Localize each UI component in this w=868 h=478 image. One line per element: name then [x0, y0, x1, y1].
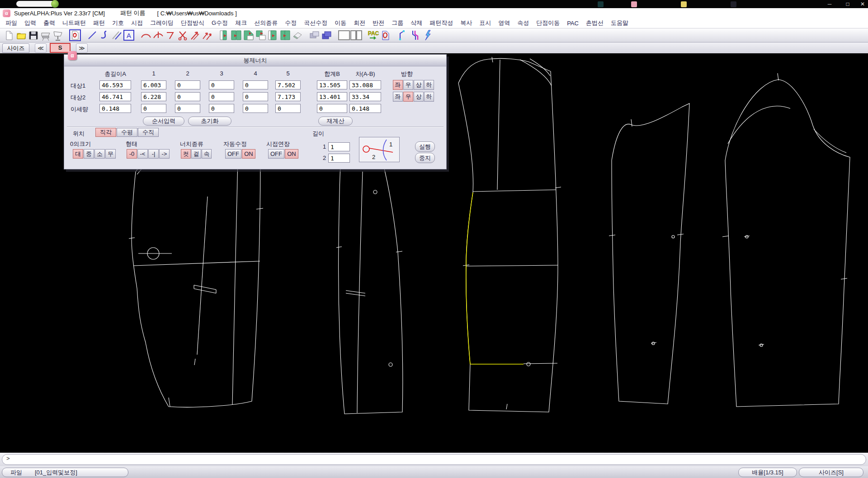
- menu-item-단점이동[interactable]: 단점이동: [533, 19, 563, 27]
- close-button[interactable]: ✕: [856, 0, 868, 8]
- menu-item-기호[interactable]: 기호: [108, 19, 127, 27]
- shape-out-button[interactable]: ->: [159, 149, 170, 159]
- notch-outer-button[interactable]: 겉: [191, 149, 201, 159]
- menu-item-체크[interactable]: 체크: [231, 19, 250, 27]
- dialog-title-bar[interactable]: 봉제너치: [64, 55, 446, 66]
- taskbar-color-icon-2[interactable]: [631, 1, 637, 7]
- menu-item-도움말[interactable]: 도움말: [607, 19, 632, 27]
- target1-sum-field[interactable]: [317, 80, 347, 89]
- menu-item-시접[interactable]: 시접: [127, 19, 146, 27]
- menu-item-패턴[interactable]: 패턴: [90, 19, 108, 27]
- red-document-icon[interactable]: [379, 29, 392, 42]
- curve-tool-icon[interactable]: [98, 29, 110, 42]
- parallel-lines-icon[interactable]: [110, 29, 123, 42]
- pattern-piece-4[interactable]: [609, 103, 689, 404]
- menu-item-복사[interactable]: 복사: [457, 19, 476, 27]
- maximize-button[interactable]: □: [841, 0, 854, 8]
- extract-piece-icon[interactable]: [267, 29, 279, 42]
- menu-item-출력[interactable]: 출력: [40, 19, 59, 27]
- notch-inner-button[interactable]: 속: [202, 149, 212, 159]
- seam-extend-off-button[interactable]: OFF: [268, 149, 284, 159]
- target1-c4-field[interactable]: [243, 80, 268, 89]
- frame-icon[interactable]: [338, 29, 350, 42]
- run-button[interactable]: 실행: [415, 141, 435, 152]
- menu-item-니트패턴[interactable]: 니트패턴: [59, 19, 90, 27]
- pattern-piece-2[interactable]: [336, 158, 403, 414]
- target1-c3-field[interactable]: [209, 80, 234, 89]
- cut-piece-icon[interactable]: [242, 29, 255, 42]
- double-arrow-icon[interactable]: [189, 29, 201, 42]
- ease-c4-field[interactable]: [243, 104, 268, 113]
- menu-item-입력[interactable]: 입력: [21, 19, 40, 27]
- taskbar-color-icon-1[interactable]: [598, 1, 604, 7]
- save-icon[interactable]: [27, 29, 39, 42]
- green-app-icon[interactable]: [51, 0, 59, 8]
- pattern-document-icon[interactable]: [69, 29, 81, 42]
- ease-c1-field[interactable]: [141, 104, 166, 113]
- text-tool-icon[interactable]: A: [123, 29, 135, 42]
- target1-dir-up-button[interactable]: 상: [414, 80, 424, 90]
- menu-item-파일[interactable]: 파일: [2, 19, 21, 27]
- ease-c2-field[interactable]: [175, 104, 200, 113]
- position-perpendicular-button[interactable]: 직각: [95, 128, 116, 137]
- target1-total-field[interactable]: [99, 80, 131, 89]
- position-horizontal-button[interactable]: 수평: [117, 128, 137, 137]
- open-folder-icon[interactable]: [15, 29, 27, 42]
- menu-item-단점방식[interactable]: 단점방식: [177, 19, 208, 27]
- menu-item-패턴작성[interactable]: 패턴작성: [426, 19, 457, 27]
- double-frame-icon[interactable]: [350, 29, 362, 42]
- target2-sum-field[interactable]: [317, 92, 347, 101]
- plotter-icon[interactable]: [39, 29, 52, 42]
- target2-c5-field[interactable]: [275, 92, 301, 101]
- menu-item-G수정[interactable]: G수정: [208, 19, 231, 27]
- target2-c2-field[interactable]: [175, 92, 200, 101]
- scale-button[interactable]: 배율[1/3.15]: [738, 468, 797, 477]
- target2-c3-field[interactable]: [209, 92, 234, 101]
- command-input[interactable]: [2, 454, 866, 465]
- target2-diff-field[interactable]: [349, 92, 381, 101]
- shape-arrow-button[interactable]: -<: [137, 149, 148, 159]
- menu-item-반전[interactable]: 반전: [369, 19, 388, 27]
- menu-item-속성[interactable]: 속성: [514, 19, 533, 27]
- slant-arrow-icon[interactable]: [201, 29, 213, 42]
- menu-item-삭제[interactable]: 삭제: [407, 19, 426, 27]
- reset-button[interactable]: 초기화: [188, 117, 231, 126]
- target2-total-field[interactable]: [99, 92, 131, 101]
- o-size-none-button[interactable]: 무: [105, 149, 116, 159]
- pac-icon[interactable]: PAC: [367, 29, 379, 42]
- menu-item-영역[interactable]: 영역: [495, 19, 514, 27]
- taskbar-color-icon-4[interactable]: [731, 1, 736, 7]
- target1-c1-field[interactable]: [141, 80, 166, 89]
- target2-c4-field[interactable]: [243, 92, 268, 101]
- target1-dir-left-button[interactable]: 좌: [393, 80, 403, 90]
- notch-cut-button[interactable]: 컷: [181, 149, 191, 159]
- target2-dir-right-button[interactable]: 우: [403, 92, 413, 102]
- pattern-piece-3[interactable]: [458, 57, 561, 412]
- ease-c5-field[interactable]: [275, 104, 301, 113]
- ease-total-field[interactable]: [99, 104, 131, 113]
- menu-item-선의종류[interactable]: 선의종류: [250, 19, 281, 27]
- copy-pieces-icon[interactable]: [230, 29, 242, 42]
- next-size-button[interactable]: ≫: [76, 43, 88, 53]
- target1-diff-field[interactable]: [349, 80, 381, 89]
- file-status-pill[interactable]: 파일 [01_입력및보정]: [2, 468, 128, 477]
- auto-fix-on-button[interactable]: ON: [242, 149, 255, 159]
- o-size-small-button[interactable]: 소: [94, 149, 105, 159]
- arc-tool-icon[interactable]: [140, 29, 152, 42]
- menu-item-그룹[interactable]: 그룹: [388, 19, 407, 27]
- ease-c3-field[interactable]: [209, 104, 234, 113]
- menu-item-촌법선[interactable]: 촌법선: [582, 19, 607, 27]
- stop-button[interactable]: 중지: [415, 153, 435, 163]
- target1-c5-field[interactable]: [275, 80, 301, 89]
- taskbar-color-icon-3[interactable]: [681, 1, 687, 7]
- o-size-large-button[interactable]: 대: [73, 149, 83, 159]
- shape-bar-button[interactable]: -|: [148, 149, 159, 159]
- recalculate-button[interactable]: 재계산: [318, 117, 353, 126]
- o-size-medium-button[interactable]: 중: [84, 149, 94, 159]
- minimize-button[interactable]: ─: [823, 0, 836, 8]
- ease-sum-field[interactable]: [317, 104, 347, 113]
- menu-item-이동[interactable]: 이동: [331, 19, 350, 27]
- curve-cross-icon[interactable]: [152, 29, 164, 42]
- target2-dir-down-button[interactable]: 하: [424, 92, 434, 102]
- move-piece-icon[interactable]: [255, 29, 267, 42]
